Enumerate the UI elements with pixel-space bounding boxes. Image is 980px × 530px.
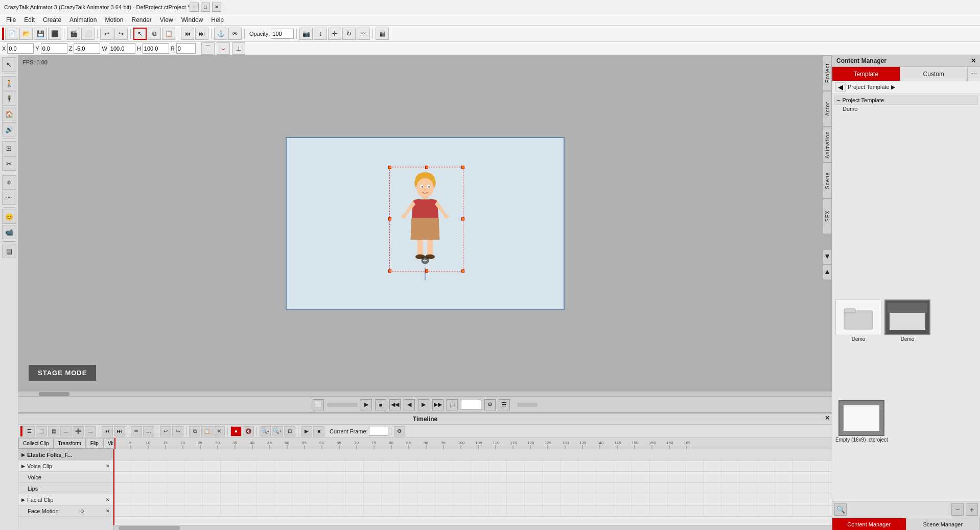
tl-play-tl[interactable]: ▶	[301, 426, 312, 436]
track-face-motion-close[interactable]: ✕	[106, 509, 110, 514]
menu-edit[interactable]: Edit	[20, 15, 39, 25]
tl-add-key[interactable]: ➕	[73, 426, 84, 436]
step-fwd-button[interactable]: ▶▶	[432, 399, 444, 410]
track-voice-close[interactable]: ✕	[106, 464, 110, 469]
menu-help[interactable]: Help	[207, 15, 228, 25]
arc-up-button[interactable]: ⌒	[201, 42, 215, 55]
maximize-button[interactable]: □	[201, 3, 210, 12]
compose-button[interactable]: 🎬	[67, 28, 80, 40]
tree-group-header[interactable]: − Project Template	[834, 96, 978, 105]
thumb-demo-image[interactable]: Demo	[884, 299, 930, 397]
loop-button[interactable]: ⬚	[447, 399, 458, 410]
tl-settings[interactable]: ⚙	[394, 426, 405, 436]
tl-edit[interactable]: ✏	[131, 426, 142, 436]
panel-close-btn[interactable]: ✕	[971, 57, 976, 64]
opacity-input[interactable]	[271, 29, 294, 39]
anchor-button[interactable]: ⚓	[214, 28, 227, 40]
stage-mode-button[interactable]: STAGE MODE	[29, 365, 96, 381]
timeline-toggle[interactable]: ▦	[376, 28, 389, 40]
tl-del-key[interactable]: ✕	[214, 426, 225, 436]
stop-button[interactable]: ■	[375, 399, 386, 410]
tl-record-btn[interactable]: ●	[230, 426, 242, 436]
vtab-project[interactable]: Project	[823, 55, 832, 91]
tl-zoom-in[interactable]: 🔍+	[272, 426, 283, 436]
tab-custom[interactable]: Custom	[900, 67, 968, 81]
list-button[interactable]: ☰	[499, 399, 510, 410]
step-back-button[interactable]: ◀◀	[389, 399, 401, 410]
frame-outline-btn[interactable]: ⬜	[313, 399, 324, 410]
open-button[interactable]: 📂	[19, 28, 33, 40]
tl-more[interactable]: …	[85, 426, 96, 436]
tree-item-demo[interactable]: Demo	[834, 105, 978, 113]
transform-button[interactable]: ✛	[328, 28, 341, 40]
tl-zoom-out[interactable]: 🔍-	[260, 426, 271, 436]
prev-key-button[interactable]: ⏮	[181, 28, 194, 40]
y-input[interactable]	[41, 43, 67, 54]
move-button[interactable]: ↕	[314, 28, 327, 40]
tl-frame-btn[interactable]: ▤	[48, 426, 59, 436]
timeline-close[interactable]: ✕	[825, 414, 830, 422]
panel-search-btn[interactable]: 🔍	[834, 503, 847, 516]
record-button[interactable]: ⬜	[81, 28, 95, 40]
minimize-button[interactable]: ─	[190, 3, 199, 12]
tool-audio[interactable]: 🔊	[2, 122, 16, 136]
r-input[interactable]	[176, 43, 196, 54]
panel-minus-btn[interactable]: −	[951, 503, 964, 516]
step-fwd-one-button[interactable]: ▶	[418, 399, 429, 410]
stage-canvas[interactable]: ✛	[286, 137, 565, 310]
next-key-button[interactable]: ⏭	[195, 28, 208, 40]
tl-fit[interactable]: ⊡	[284, 426, 295, 436]
tool-select[interactable]: ↖	[2, 57, 16, 72]
align-bottom-button[interactable]: ⊥	[232, 42, 245, 55]
undo-button[interactable]: ↩	[100, 28, 113, 40]
tool-cam[interactable]: 📹	[2, 225, 16, 239]
tl-extra-btn[interactable]: …	[60, 426, 72, 436]
menu-window[interactable]: Window	[177, 15, 207, 25]
vtab-scene[interactable]: Scene	[823, 163, 832, 198]
tl-mute-btn[interactable]: 🔇	[243, 426, 254, 436]
new-button[interactable]: 📄	[5, 28, 18, 40]
tl-edit2[interactable]: …	[143, 426, 154, 436]
redo-button[interactable]: ↪	[114, 28, 128, 40]
path-text[interactable]: Project Template ▶	[848, 84, 895, 90]
panel-plus-btn[interactable]: +	[966, 503, 978, 516]
copy-button[interactable]: ⧉	[148, 28, 161, 40]
tab-template[interactable]: Template	[832, 67, 900, 81]
x-input[interactable]	[7, 43, 34, 54]
transform-button-tl[interactable]: Transform	[54, 439, 86, 449]
step-back-one-button[interactable]: ◀	[404, 399, 415, 410]
tl-copy-key[interactable]: ⧉	[189, 426, 200, 436]
tl-list-btn[interactable]: ☰	[24, 426, 35, 436]
rotate-button[interactable]: ↻	[342, 28, 356, 40]
collect-clip-button[interactable]: Collect Clip	[18, 439, 54, 449]
play-button[interactable]: ▶	[361, 399, 372, 410]
timeline-ruler[interactable]: // ticks at multiples of 5 5 10 15	[113, 438, 832, 449]
frame-input[interactable]: 1	[461, 400, 481, 410]
track-facial-expand[interactable]: ▶	[21, 497, 25, 502]
vtab-sfx[interactable]: SFX	[823, 198, 832, 234]
camera-button[interactable]: 📷	[299, 28, 313, 40]
tool-face[interactable]: 😊	[2, 210, 16, 224]
paste-button[interactable]: 📋	[162, 28, 175, 40]
menu-view[interactable]: View	[156, 15, 177, 25]
menu-render[interactable]: Render	[127, 15, 155, 25]
tl-loop-fwd[interactable]: ↪	[172, 426, 183, 436]
flip-button[interactable]: Flip	[86, 439, 103, 449]
tl-next-key[interactable]: ⏭	[114, 426, 125, 436]
save-button[interactable]: 💾	[34, 28, 47, 40]
tab-scene-manager[interactable]: Scene Manager	[906, 518, 981, 530]
close-button[interactable]: ✕	[212, 3, 221, 12]
tl-loop-back[interactable]: ↩	[160, 426, 171, 436]
tl-frame-input[interactable]: 1	[369, 427, 388, 436]
thumb-empty-project[interactable]: Empty (16x9) .ctproject	[835, 400, 888, 498]
track-face-motion-close2[interactable]: ⊙	[80, 509, 84, 514]
export-button[interactable]: ⬛	[48, 28, 61, 40]
tl-prev-key[interactable]: ⏮	[102, 426, 113, 436]
h-input[interactable]	[143, 43, 169, 54]
tool-path[interactable]: 〰	[2, 191, 16, 205]
arc-down-button[interactable]: ⌣	[217, 42, 230, 55]
vtab-animation[interactable]: Animation	[823, 127, 832, 163]
menu-motion[interactable]: Motion	[101, 15, 127, 25]
track-facial-close[interactable]: ✕	[106, 497, 110, 502]
menu-file[interactable]: File	[2, 15, 20, 25]
